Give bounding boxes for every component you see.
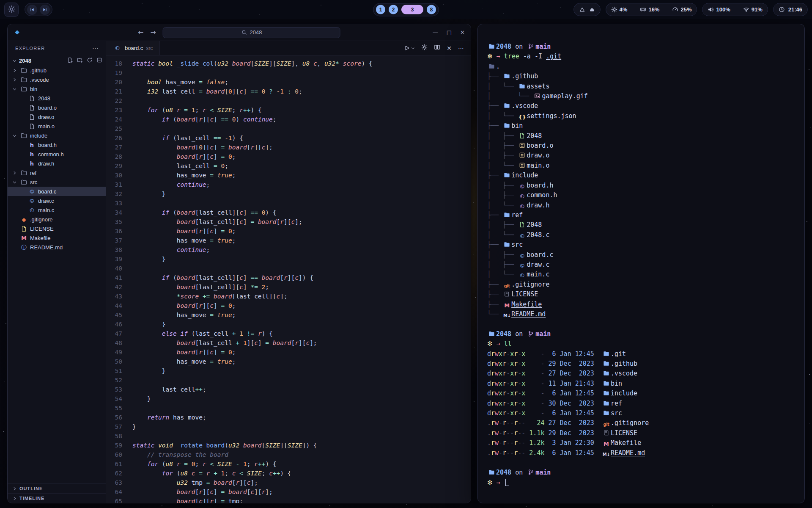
explorer-item-include[interactable]: include (8, 131, 106, 140)
disk-usage: 25% (680, 6, 691, 13)
collapse-folders-icon[interactable] (96, 57, 102, 64)
terminal-tree-row: │ └── ©main.c (487, 270, 795, 279)
code-line-34: 34 if (board[last_cell][c] == 0) { (106, 208, 471, 217)
terminal-tree-row: │ └── {}settings.json (487, 111, 795, 121)
explorer-item-bin[interactable]: bin (8, 84, 106, 94)
explorer-item-Makefile[interactable]: MMakefile (8, 233, 106, 243)
minimize-button[interactable]: — (433, 29, 438, 36)
prompt-flower-icon: ✻ (487, 340, 493, 348)
workspace-1[interactable]: 1 (376, 5, 385, 14)
terminal-tree-row: │ └── ©draw.h (487, 201, 795, 210)
line-number: 44 (106, 301, 132, 310)
more-actions-icon[interactable]: ⋯ (458, 45, 464, 52)
split-editor-icon[interactable] (434, 44, 440, 52)
file-label: main.o (38, 123, 55, 130)
branch-icon (527, 469, 535, 475)
workspace-3[interactable]: 3 (401, 5, 423, 14)
run-file-button[interactable] (404, 44, 415, 52)
audio-network-widget[interactable]: 100% 91% (702, 3, 768, 16)
navigate-forward-button[interactable]: → (151, 28, 156, 36)
permissions: .rw-r--r-- (487, 429, 525, 437)
code-line-38: 38 continue; (106, 245, 471, 254)
file-date: 29 Dec 2023 (549, 429, 594, 437)
command-text: .git (546, 52, 561, 60)
file-name: include (611, 389, 637, 397)
terminal-window[interactable]: 2048 on main✻ → tree -a -I .git.├── .git… (477, 24, 805, 503)
explorer-item-draw.c[interactable]: ©draw.c (8, 196, 106, 205)
command-center-search[interactable]: 2048 (163, 27, 340, 38)
explorer-item-.github[interactable]: .github (8, 66, 106, 75)
explorer-more-actions-icon[interactable]: ⋯ (92, 44, 99, 52)
code-line-43: 43 *score += board[last_cell][c]; (106, 292, 471, 301)
code-line-60: 60 // transpose the board (106, 450, 471, 459)
explorer-item-board.o[interactable]: board.o (8, 103, 106, 112)
explorer-item-draw.o[interactable]: draw.o (8, 112, 106, 121)
outline-panel-header[interactable]: OUTLINE (8, 483, 106, 493)
explorer-item-main.c[interactable]: ©main.c (8, 205, 106, 215)
file-size: - (529, 350, 544, 358)
code-line-24: 24 if (board[r][c] == 0) continue; (106, 115, 471, 124)
prompt-arrow-icon: → (497, 479, 500, 486)
terminal-tree-row: │ └── main.o (487, 161, 795, 171)
line-number: 61 (106, 459, 132, 469)
clock-widget[interactable]: 21:46 (773, 3, 808, 16)
editor-area: © board.c src ✕ ⋯ 18static bool _slide_c… (106, 41, 471, 503)
timeline-panel-header[interactable]: TIMELINE (8, 493, 106, 503)
folder-icon (487, 331, 496, 337)
explorer-item-src[interactable]: src (8, 177, 106, 187)
explorer-item-.vscode[interactable]: .vscode (8, 75, 106, 84)
line-number: 33 (106, 199, 132, 208)
terminal-file-row: .rw-r--r-- 1.2k 3 Jan 22:30 MMakefile (487, 438, 795, 448)
new-folder-icon[interactable] (77, 57, 83, 64)
file-size: 24 (529, 419, 544, 427)
file-date: 6 Jan 12:45 (549, 350, 594, 358)
workspace-2[interactable]: 2 (389, 5, 398, 14)
explorer-item-board.h[interactable]: hboard.h (8, 140, 106, 149)
explorer-item-LICENSE[interactable]: LICENSE (8, 224, 106, 233)
code-line-22: 22 (106, 96, 471, 105)
workspace-8[interactable]: 8 (427, 5, 436, 14)
doc-icon (27, 105, 36, 111)
file-size: - (529, 370, 544, 377)
file-name: LICENSE (511, 290, 538, 298)
project-root-row[interactable]: 2048 (8, 55, 106, 66)
code-editor[interactable]: 18static bool _slide_col(u32 board[SIZE]… (106, 55, 471, 503)
volume-level: 100% (716, 6, 730, 13)
code-line-32: 32 } (106, 189, 471, 199)
folder-icon (602, 370, 611, 376)
navigate-back-button[interactable]: ← (138, 28, 143, 36)
explorer-item-main.o[interactable]: main.o (8, 121, 106, 131)
gear-icon (8, 5, 16, 14)
folder-icon (502, 212, 511, 218)
code-text: i32 last_cell = board[0][c] == 0 ? -1 : … (132, 87, 302, 96)
code-text: board[r][c] = 0; (132, 226, 236, 236)
media-prev-button[interactable] (27, 5, 37, 15)
new-file-icon[interactable] (67, 57, 73, 64)
explorer-item-ref[interactable]: ref (8, 168, 106, 177)
refresh-explorer-icon[interactable] (87, 57, 93, 64)
explorer-item-README.md[interactable]: ⓘREADME.md (8, 243, 106, 252)
file-name: draw.o (527, 152, 549, 159)
explorer-item-draw.h[interactable]: hdraw.h (8, 159, 106, 168)
permissions: .rw-r--r-- (487, 419, 525, 427)
close-editor-icon[interactable]: ✕ (447, 45, 452, 52)
c-head-icon: © (518, 193, 527, 199)
file-name: include (511, 171, 538, 179)
launcher-button[interactable] (4, 3, 19, 17)
maximize-button[interactable]: □ (447, 29, 452, 36)
file-name: settings.json (527, 112, 576, 120)
explorer-item-common.h[interactable]: hcommon.h (8, 149, 106, 159)
explorer-item-board.c[interactable]: ©board.c (8, 187, 106, 196)
run-dropdown-chevron-icon[interactable] (411, 44, 415, 52)
explorer-item-2048[interactable]: 2048 (8, 94, 106, 103)
media-next-button[interactable] (40, 5, 50, 15)
editor-settings-gear-icon[interactable] (421, 44, 428, 52)
disk-stat: 25% (672, 6, 691, 13)
weather-widget[interactable] (573, 3, 601, 16)
line-number: 26 (106, 133, 132, 143)
explorer-item-.gitignore[interactable]: ◆.gitignore (8, 215, 106, 224)
line-number: 35 (106, 217, 132, 226)
tab-board-c[interactable]: © board.c src (106, 41, 160, 55)
code-line-63: 63 u32 tmp = board[r][c]; (106, 478, 471, 487)
close-button[interactable]: ✕ (460, 29, 465, 36)
